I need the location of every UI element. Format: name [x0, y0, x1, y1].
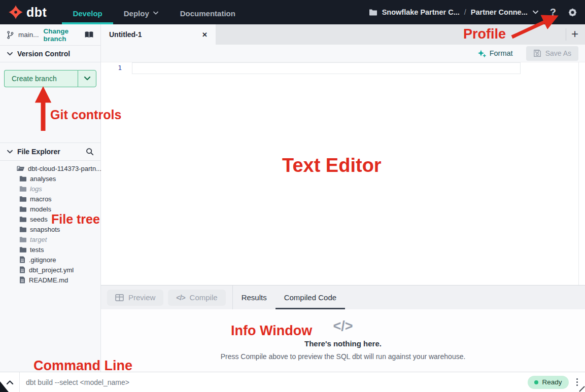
save-as-button[interactable]: Save As: [526, 46, 578, 61]
git-branch-icon: [7, 31, 14, 39]
search-icon[interactable]: [86, 148, 94, 156]
status-label: Ready: [542, 378, 562, 386]
top-header: dbt Develop Deploy Documentation Snowfla…: [0, 0, 585, 24]
logo-text: dbt: [26, 5, 47, 20]
sparkle-icon: [477, 49, 486, 58]
version-control-header[interactable]: Version Control: [0, 46, 100, 62]
status-badge: Ready: [528, 376, 568, 389]
code-icon: </>: [176, 294, 185, 302]
tab-strip-divider: [566, 28, 566, 41]
file-icon: [19, 266, 25, 273]
code-icon: </>: [333, 318, 353, 334]
active-line-highlight[interactable]: [132, 62, 521, 74]
folder-icon: [19, 206, 26, 212]
breadcrumb-separator: /: [464, 8, 466, 16]
file-icon: [19, 276, 25, 283]
header-right: Snowflake Partner C... / Partner Conne..…: [369, 7, 585, 18]
chevron-down-icon: [153, 11, 159, 15]
chevron-down-icon: [7, 52, 13, 56]
format-button[interactable]: Format: [477, 49, 513, 58]
status-dot-icon: [534, 380, 538, 384]
editor-tab-strip: Untitled-1 ✕ +: [101, 24, 585, 45]
change-branch-link[interactable]: Change branch: [44, 27, 80, 43]
gear-icon[interactable]: [567, 7, 578, 18]
line-number: 1: [114, 64, 122, 72]
editor-toolbar: Format Save As: [101, 45, 585, 62]
folder-icon: [19, 216, 26, 222]
preview-button[interactable]: Preview: [107, 290, 163, 306]
branch-bar: main... Change branch: [0, 24, 100, 46]
tree-item-macros[interactable]: macros: [0, 194, 100, 204]
project-name: Partner Conne...: [471, 8, 528, 16]
command-input[interactable]: [20, 372, 528, 392]
project-selector[interactable]: Snowflake Partner C... / Partner Conne..…: [369, 8, 539, 16]
chevron-up-icon[interactable]: [0, 372, 19, 392]
empty-state-description: Press Compile above to preview the SQL d…: [221, 352, 466, 361]
nav-deploy[interactable]: Deploy: [113, 0, 169, 24]
current-branch: main...: [18, 31, 39, 39]
folder-open-icon: [17, 165, 24, 171]
empty-state-title: There's nothing here.: [304, 339, 382, 348]
editor-ruler: [578, 62, 579, 285]
sidebar: main... Change branch Version Control Cr…: [0, 24, 101, 372]
tab-title: Untitled-1: [109, 30, 142, 39]
compile-label: Compile: [190, 293, 218, 302]
text-editor[interactable]: 1: [101, 62, 585, 285]
tree-item-project-root[interactable]: dbt-cloud-114373-partn...: [0, 163, 100, 173]
account-name: Snowflake Partner C...: [382, 8, 460, 16]
dbt-logo[interactable]: dbt: [0, 5, 47, 20]
tab-compiled-code[interactable]: Compiled Code: [276, 286, 345, 309]
tree-item-snapshots[interactable]: snapshots: [0, 224, 100, 234]
command-line-bar: Ready: [0, 372, 585, 392]
folder-icon: [19, 186, 26, 192]
nav-documentation[interactable]: Documentation: [169, 0, 246, 24]
create-branch-dropdown[interactable]: [78, 70, 96, 87]
format-label: Format: [490, 49, 513, 57]
chevron-down-icon: [532, 10, 539, 15]
tree-item-tests[interactable]: tests: [0, 244, 100, 255]
file-icon: [19, 256, 25, 263]
folder-icon: [19, 236, 26, 242]
info-window: Preview </> Compile Results Compiled Cod…: [101, 285, 585, 372]
tree-item-dbt-project-yml[interactable]: dbt_project.yml: [0, 265, 100, 275]
tab-untitled-1[interactable]: Untitled-1 ✕: [101, 24, 216, 45]
file-tree: dbt-cloud-114373-partn... analyses logs …: [0, 163, 100, 285]
chevron-down-icon: [7, 150, 13, 154]
folder-icon: [369, 9, 377, 16]
create-branch-label[interactable]: Create branch: [4, 70, 78, 87]
create-branch-button[interactable]: Create branch: [4, 70, 96, 87]
main-nav: Develop Deploy Documentation: [62, 0, 246, 24]
save-as-label: Save As: [545, 49, 571, 57]
save-icon: [533, 49, 541, 57]
tree-item-models[interactable]: models: [0, 204, 100, 214]
kebab-menu-icon[interactable]: [576, 378, 578, 386]
docs-book-icon[interactable]: [84, 31, 94, 39]
file-explorer-title: File Explorer: [17, 148, 60, 156]
folder-icon: [19, 226, 26, 232]
version-control-title: Version Control: [17, 50, 70, 58]
dbt-cloud-ide: dbt Develop Deploy Documentation Snowfla…: [0, 0, 585, 392]
tree-item-gitignore[interactable]: .gitignore: [0, 255, 100, 265]
new-tab-button[interactable]: +: [567, 26, 582, 42]
file-explorer-header[interactable]: File Explorer: [0, 142, 100, 161]
folder-icon: [19, 175, 26, 182]
preview-label: Preview: [128, 293, 155, 302]
folder-icon: [19, 246, 26, 253]
folder-icon: [19, 196, 26, 202]
tree-item-target[interactable]: target: [0, 234, 100, 244]
tab-results[interactable]: Results: [233, 286, 276, 309]
compile-button[interactable]: </> Compile: [168, 290, 225, 306]
tree-item-readme[interactable]: README.md: [0, 275, 100, 285]
tree-item-seeds[interactable]: seeds: [0, 214, 100, 224]
table-icon: [115, 294, 124, 301]
tree-item-logs[interactable]: logs: [0, 184, 100, 194]
tree-item-analyses[interactable]: analyses: [0, 173, 100, 184]
close-icon[interactable]: ✕: [202, 31, 208, 39]
dbt-logo-icon: [8, 5, 23, 20]
nav-develop[interactable]: Develop: [62, 0, 113, 24]
panel-header: Preview </> Compile Results Compiled Cod…: [101, 286, 585, 309]
help-icon[interactable]: ?: [550, 7, 556, 18]
panel-empty-state: </> There's nothing here. Press Compile …: [101, 309, 585, 372]
